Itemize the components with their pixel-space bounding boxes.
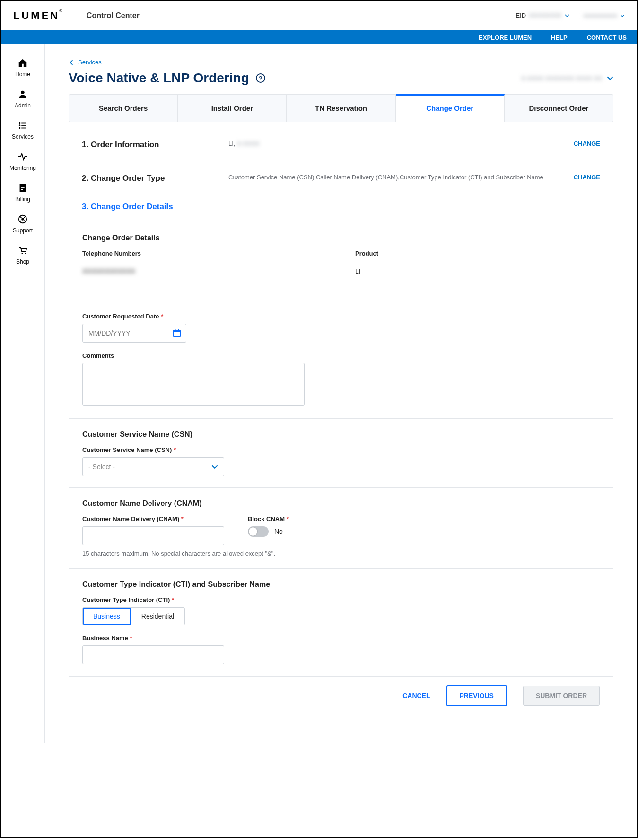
sidebar-item-billing[interactable]: Billing — [1, 177, 44, 208]
business-name-label: Business Name — [82, 635, 600, 642]
cti-field-label: Customer Type Indicator (CTI) — [82, 596, 600, 603]
sidebar-item-services[interactable]: Services — [1, 115, 44, 146]
product-value: LI — [355, 267, 600, 275]
svg-point-0 — [21, 91, 24, 94]
svg-point-14 — [25, 253, 26, 254]
step1-value-blur: X-XXXX — [237, 140, 260, 147]
list-icon — [17, 120, 28, 131]
cti-option-business[interactable]: Business — [83, 608, 131, 625]
eid-value: XXXXXXXX — [529, 12, 561, 19]
chevron-down-icon — [211, 463, 218, 470]
svg-rect-4 — [21, 125, 26, 126]
sidebar-item-label: Monitoring — [9, 165, 36, 171]
step2-value: Customer Service Name (CSN),Caller Name … — [228, 174, 559, 181]
cti-option-residential[interactable]: Residential — [131, 608, 184, 625]
cancel-button[interactable]: CANCEL — [402, 692, 430, 699]
home-icon — [17, 58, 28, 68]
breadcrumb[interactable]: Services — [69, 59, 613, 66]
svg-rect-8 — [21, 186, 24, 186]
support-icon — [17, 214, 28, 224]
chevron-down-icon — [620, 13, 625, 18]
step2-change-link[interactable]: CHANGE — [574, 174, 600, 181]
calendar-button[interactable] — [170, 327, 184, 340]
eid-dropdown[interactable]: EID XXXXXXXX — [516, 12, 569, 19]
svg-rect-9 — [21, 187, 24, 188]
tab-change-order[interactable]: Change Order — [396, 94, 505, 122]
sidebar-item-home[interactable]: Home — [1, 52, 44, 83]
sidebar-item-shop[interactable]: Shop — [1, 239, 44, 271]
previous-button[interactable]: PREVIOUS — [446, 685, 507, 706]
tabs: Search Orders Install Order TN Reservati… — [69, 94, 613, 122]
logo-mark: ® — [59, 9, 62, 13]
help-icon[interactable]: ? — [256, 73, 265, 83]
bluebar: EXPLORE LUMEN HELP CONTACT US — [1, 30, 637, 44]
tab-disconnect-order[interactable]: Disconnect Order — [505, 95, 613, 122]
block-cnam-value: No — [274, 528, 283, 535]
block-cnam-label: Block CNAM — [248, 515, 289, 522]
card-footer: CANCEL PREVIOUS SUBMIT ORDER — [69, 676, 613, 715]
comments-label: Comments — [82, 352, 600, 359]
csn-select-placeholder: - Select - — [88, 463, 115, 470]
csn-select[interactable]: - Select - — [82, 457, 224, 476]
tab-install-order[interactable]: Install Order — [178, 95, 287, 122]
bluebar-explore[interactable]: EXPLORE LUMEN — [479, 34, 532, 41]
sidebar-item-label: Services — [12, 133, 34, 140]
sidenav: Home Admin Services Monitoring Billing S… — [1, 44, 45, 743]
svg-rect-16 — [174, 330, 181, 332]
cnam-hint: 15 characters maximum. No special charac… — [82, 550, 600, 557]
csn-heading: Customer Service Name (CSN) — [82, 430, 600, 439]
chevron-down-icon — [565, 13, 569, 18]
invoice-icon — [17, 183, 28, 193]
sidebar-item-monitoring[interactable]: Monitoring — [1, 146, 44, 177]
svg-point-13 — [22, 253, 23, 254]
breadcrumb-parent: Services — [78, 59, 102, 66]
svg-rect-10 — [21, 189, 23, 190]
topbar: LUMEN® Control Center EID XXXXXXXX xxxxx… — [1, 1, 637, 30]
user-dropdown[interactable]: xxxxxxxxxxx — [584, 12, 625, 19]
svg-rect-17 — [175, 329, 176, 331]
svg-point-12 — [21, 218, 24, 221]
svg-point-3 — [19, 124, 21, 126]
account-dropdown[interactable]: X-XXXX XXXXXXX XXXX XX — [521, 75, 613, 82]
cnam-input[interactable] — [82, 526, 224, 545]
svg-point-1 — [19, 122, 21, 124]
tn-value: XXXXXXXXXXXX — [82, 267, 327, 275]
chevron-down-icon — [607, 75, 613, 81]
app-name: Control Center — [87, 11, 140, 20]
svg-rect-2 — [21, 123, 26, 124]
step1-change-link[interactable]: CHANGE — [574, 140, 600, 147]
block-cnam-toggle[interactable] — [248, 526, 269, 537]
svg-rect-6 — [21, 128, 26, 129]
calendar-icon — [172, 328, 182, 338]
cnam-field-label: Customer Name Delivery (CNAM) — [82, 515, 224, 522]
eid-label: EID — [516, 12, 526, 19]
details-heading: Change Order Details — [82, 234, 600, 242]
product-label: Product — [355, 250, 600, 257]
user-value: xxxxxxxxxxx — [584, 12, 618, 19]
cart-icon — [17, 245, 28, 256]
crd-label: Customer Requested Date — [82, 313, 600, 320]
sidebar-item-label: Support — [13, 227, 33, 234]
bluebar-contact[interactable]: CONTACT US — [578, 34, 627, 41]
submit-order-button: SUBMIT ORDER — [523, 686, 600, 706]
tab-search-orders[interactable]: Search Orders — [69, 95, 178, 122]
step-change-order-details: 3. Change Order Details — [69, 202, 613, 213]
step-order-information: 1. Order Information LI, X-XXXX CHANGE — [69, 138, 613, 151]
sidebar-item-label: Billing — [15, 196, 30, 203]
user-icon — [17, 89, 28, 99]
tn-label: Telephone Numbers — [82, 250, 327, 257]
account-value: X-XXXX XXXXXXX XXXX XX — [521, 75, 602, 82]
sidebar-item-label: Shop — [16, 258, 29, 265]
sidebar-item-label: Home — [15, 71, 30, 78]
cti-segmented: Business Residential — [82, 607, 185, 625]
csn-field-label: Customer Service Name (CSN) — [82, 446, 600, 453]
svg-point-5 — [19, 127, 21, 129]
tab-tn-reservation[interactable]: TN Reservation — [287, 95, 395, 122]
svg-rect-18 — [178, 329, 179, 331]
sidebar-item-admin[interactable]: Admin — [1, 83, 44, 115]
comments-input[interactable] — [82, 363, 305, 406]
business-name-input[interactable] — [82, 645, 224, 664]
bluebar-help[interactable]: HELP — [542, 34, 568, 41]
sidebar-item-label: Admin — [15, 102, 31, 109]
sidebar-item-support[interactable]: Support — [1, 208, 44, 239]
